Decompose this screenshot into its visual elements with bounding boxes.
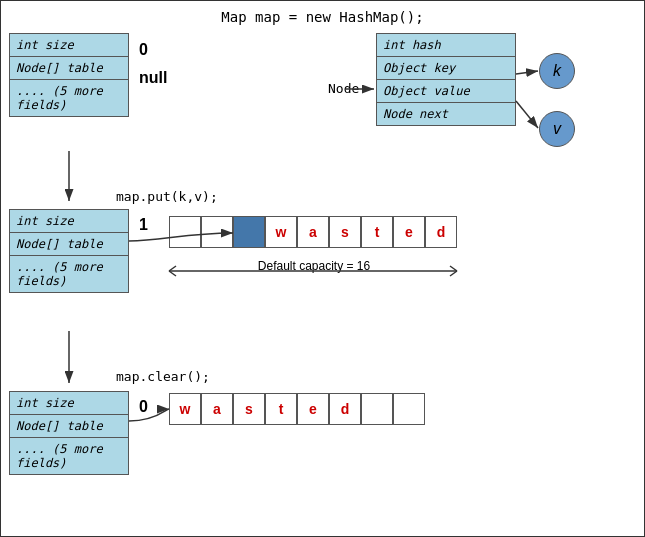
nb-row1: int hash [377, 34, 515, 57]
label-one: 1 [139, 216, 148, 234]
hb2-row2: Node[] table [10, 233, 128, 256]
cell-m0 [169, 216, 201, 248]
cell-m2 [233, 216, 265, 248]
cell-m3: w [265, 216, 297, 248]
hb2-row3: .... (5 more fields) [10, 256, 128, 292]
cell-b2: s [233, 393, 265, 425]
array-grid-bottom: w a s t e d [169, 393, 425, 425]
cell-b4: e [297, 393, 329, 425]
cell-b0: w [169, 393, 201, 425]
hb3-row3: .... (5 more fields) [10, 438, 128, 474]
hb3-row2: Node[] table [10, 415, 128, 438]
hb1-row3: .... (5 more fields) [10, 80, 128, 116]
label-zero-top: 0 [139, 41, 148, 59]
cell-b1: a [201, 393, 233, 425]
hashmap-box-3: int size Node[] table .... (5 more field… [9, 391, 129, 475]
main-container: Map map = new HashMap(); int size Node[]… [0, 0, 645, 537]
circle-v: v [539, 111, 575, 147]
label-zero-bottom: 0 [139, 398, 148, 416]
nb-row3: Object value [377, 80, 515, 103]
nb-row2: Object key [377, 57, 515, 80]
cell-b3: t [265, 393, 297, 425]
cell-m8: d [425, 216, 457, 248]
capacity-label: Default capacity = 16 [169, 259, 459, 273]
cell-m1 [201, 216, 233, 248]
map-put-label: map.put(k,v); [116, 189, 218, 204]
hb2-row1: int size [10, 210, 128, 233]
label-null: null [139, 69, 167, 87]
cell-m7: e [393, 216, 425, 248]
array-grid-middle: w a s t e d [169, 216, 457, 248]
hb3-row1: int size [10, 392, 128, 415]
svg-line-4 [516, 71, 538, 74]
node-label: Node [328, 81, 359, 96]
cell-b5: d [329, 393, 361, 425]
svg-line-5 [516, 101, 538, 128]
cell-b6 [361, 393, 393, 425]
node-box: int hash Object key Object value Node ne… [376, 33, 516, 126]
cell-b7 [393, 393, 425, 425]
hashmap-box-1: int size Node[] table .... (5 more field… [9, 33, 129, 117]
hashmap-box-2: int size Node[] table .... (5 more field… [9, 209, 129, 293]
cell-m6: t [361, 216, 393, 248]
top-code-label: Map map = new HashMap(); [221, 9, 423, 25]
hb1-row1: int size [10, 34, 128, 57]
hb1-row2: Node[] table [10, 57, 128, 80]
circle-k: k [539, 53, 575, 89]
map-clear-label: map.clear(); [116, 369, 210, 384]
nb-row4: Node next [377, 103, 515, 125]
cell-m4: a [297, 216, 329, 248]
cell-m5: s [329, 216, 361, 248]
